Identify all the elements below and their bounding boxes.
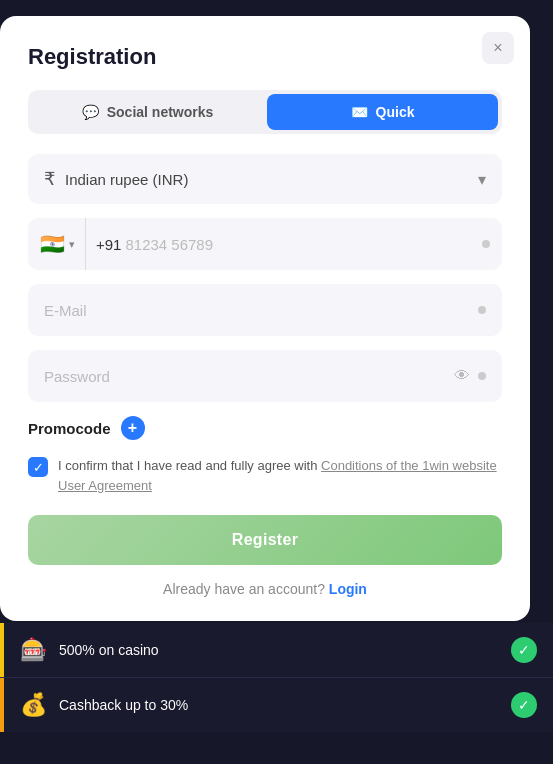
close-icon: × [493,39,502,57]
promo-casino-text: 500% on casino [59,642,159,658]
chevron-down-icon: ▾ [478,170,486,189]
required-dot [478,306,486,314]
email-field[interactable]: E-Mail [28,284,502,336]
required-dot [482,240,490,248]
quick-icon: ✉️ [351,104,368,120]
agree-row: ✓ I confirm that I have read and fully a… [28,456,502,495]
promocode-label: Promocode [28,420,111,437]
promo-banners: 🎰 500% on casino ✓ 💰 Cashback up to 30% … [0,623,553,732]
tab-quick[interactable]: ✉️ Quick [267,94,498,130]
country-selector[interactable]: 🇮🇳 ▾ [40,218,86,270]
required-dot [478,372,486,380]
register-button[interactable]: Register [28,515,502,565]
agree-checkbox[interactable]: ✓ [28,457,48,477]
agree-text: I confirm that I have read and fully agr… [58,456,502,495]
cashback-icon: 💰 [20,692,47,718]
email-placeholder: E-Mail [44,302,87,319]
promo-cashback-text: Cashback up to 30% [59,697,188,713]
close-button[interactable]: × [482,32,514,64]
tab-quick-label: Quick [376,104,415,120]
country-code: +91 [96,236,121,253]
casino-icon: 🎰 [20,637,47,663]
flag-chevron-icon: ▾ [69,238,75,251]
promo-item-cashback: 💰 Cashback up to 30% ✓ [0,678,553,732]
social-icon: 💬 [82,104,99,120]
phone-input-row: 🇮🇳 ▾ +91 81234 56789 [28,218,502,270]
add-promocode-button[interactable]: + [121,416,145,440]
currency-label: Indian rupee (INR) [65,171,188,188]
tab-row: 💬 Social networks ✉️ Quick [28,90,502,134]
eye-icon[interactable]: 👁 [454,367,470,385]
currency-symbol: ₹ [44,168,55,190]
login-prompt-text: Already have an account? [163,581,325,597]
check-icon: ✓ [33,460,44,475]
promo-item-casino: 🎰 500% on casino ✓ [0,623,553,678]
login-link[interactable]: Login [329,581,367,597]
promo-check-icon: ✓ [511,637,537,663]
modal-title: Registration [28,44,502,70]
currency-selector[interactable]: ₹ Indian rupee (INR) ▾ [28,154,502,204]
login-row: Already have an account? Login [28,581,502,597]
promo-check-icon: ✓ [511,692,537,718]
phone-input[interactable]: 81234 56789 [125,236,482,253]
flag-icon: 🇮🇳 [40,232,65,256]
promocode-row: Promocode + [28,416,502,440]
password-placeholder: Password [44,368,110,385]
password-field[interactable]: Password 👁 [28,350,502,402]
tab-social-label: Social networks [107,104,214,120]
tab-social-networks[interactable]: 💬 Social networks [32,94,263,130]
